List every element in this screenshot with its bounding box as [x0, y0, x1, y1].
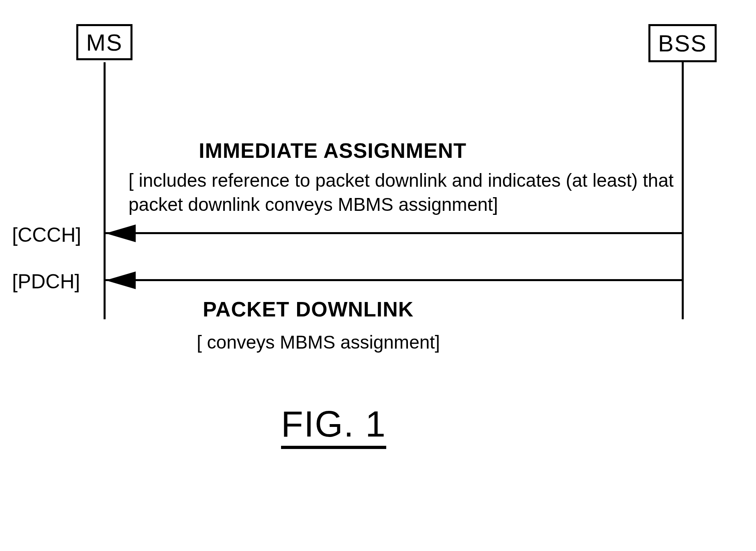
ccch-channel-label: [CCCH]	[12, 223, 81, 247]
bss-entity-box: BSS	[648, 24, 717, 62]
figure-label: FIG. 1	[281, 404, 386, 449]
immediate-assignment-description: [ includes reference to packet downlink …	[128, 169, 683, 217]
pdch-arrowhead	[106, 271, 136, 289]
ms-label: MS	[86, 29, 123, 56]
immediate-assignment-title: IMMEDIATE ASSIGNMENT	[199, 139, 467, 163]
ccch-arrow-line	[106, 232, 682, 234]
packet-downlink-description: [ conveys MBMS assignment]	[197, 331, 440, 353]
bss-label: BSS	[658, 30, 707, 57]
sequence-diagram: MS BSS IMMEDIATE ASSIGNMENT [ includes r…	[16, 24, 739, 446]
ccch-arrowhead	[106, 224, 136, 242]
ms-entity-box: MS	[76, 24, 132, 60]
packet-downlink-title: PACKET DOWNLINK	[203, 297, 414, 321]
pdch-channel-label: [PDCH]	[12, 270, 80, 293]
pdch-arrow-line	[106, 279, 682, 281]
